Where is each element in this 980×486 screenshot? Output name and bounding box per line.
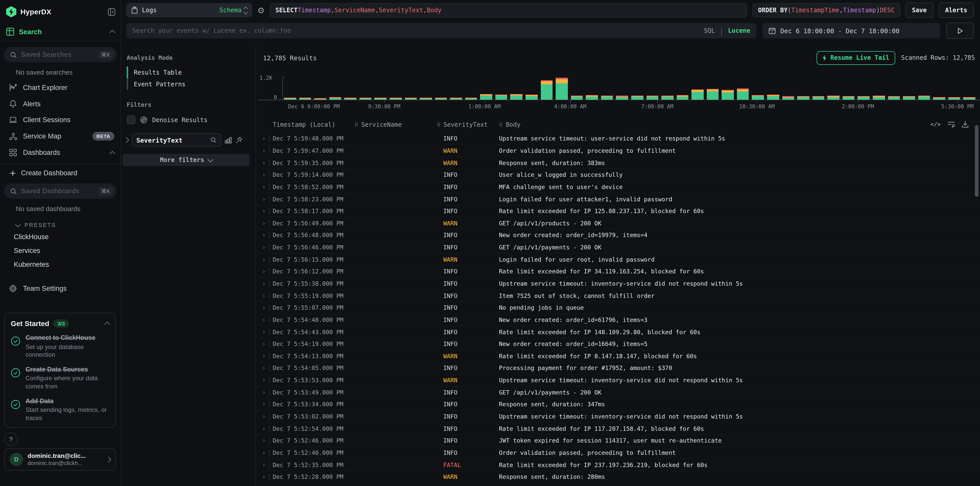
resume-live-tail-button[interactable]: Resume Live Tail (816, 51, 895, 65)
log-row[interactable]: ›Dec 7 5:56:12.000 PMINFORate limit exce… (258, 266, 980, 278)
select-clause-editor[interactable]: SELECT Timestamp,ServiceName,SeverityTex… (270, 3, 748, 18)
log-row[interactable]: ›Dec 7 5:55:38.000 PMINFOUpstream servic… (258, 278, 980, 290)
preset-kubernetes[interactable]: Kubernetes (0, 258, 121, 271)
chevron-right-icon[interactable] (123, 137, 129, 143)
mode-event-patterns[interactable]: Event Patterns (127, 78, 255, 90)
expand-row-icon[interactable]: › (258, 461, 269, 468)
expand-row-icon[interactable]: › (258, 401, 269, 408)
log-row[interactable]: ›Dec 7 5:54:19.000 PMINFONew order creat… (258, 338, 980, 350)
search-icon[interactable] (210, 137, 216, 143)
sidebar-item-service-map[interactable]: Service Map BETA (0, 128, 121, 145)
column-header-timestamp[interactable]: Timestamp (Local) (270, 121, 355, 128)
log-row[interactable]: ›Dec 7 5:56:15.000 PMWARNLogin failed fo… (258, 254, 980, 266)
save-button[interactable]: Save (905, 3, 933, 18)
sidebar-item-dashboards[interactable]: Dashboards (0, 145, 121, 161)
preset-services[interactable]: Services (0, 244, 121, 258)
drag-handle-icon[interactable]: ⠿ (499, 122, 503, 127)
log-row[interactable]: ›Dec 7 5:53:02.000 PMINFOUpstream servic… (258, 411, 980, 422)
log-row[interactable]: ›Dec 7 5:55:19.000 PMINFOItem 7525 out o… (258, 290, 980, 302)
source-settings-gear-icon[interactable]: ⚙ (258, 5, 265, 15)
search-input[interactable]: Search your events w/ Lucene ex. column:… (126, 23, 756, 38)
expand-row-icon[interactable]: › (258, 147, 269, 155)
collapse-sidebar-icon[interactable] (108, 8, 115, 16)
log-row[interactable]: ›Dec 7 5:58:17.000 PMINFORate limit exce… (258, 206, 980, 217)
log-row[interactable]: ›Dec 7 5:54:13.000 PMWARNRate limit exce… (258, 350, 980, 362)
mode-results-table[interactable]: Results Table (127, 67, 255, 78)
log-row[interactable]: ›Dec 7 5:53:34.000 PMINFOResponse sent, … (258, 398, 980, 411)
column-header-severitytext[interactable]: ⠿ SeverityText (435, 121, 494, 128)
log-row[interactable]: ›Dec 7 5:56:46.000 PMINFOGET /api/v1/pay… (258, 242, 980, 254)
saved-dashboards-input[interactable]: Saved Dashboards ⌘K (4, 183, 116, 199)
log-row[interactable]: ›Dec 7 5:52:28.000 PMWARNResponse sent, … (258, 471, 980, 483)
filter-field-severitytext[interactable]: SeverityText (132, 133, 221, 147)
expand-row-icon[interactable]: › (258, 413, 269, 420)
order-by-editor[interactable]: ORDER BY (TimestampTime, Timestamp) DESC (752, 3, 900, 18)
expand-row-icon[interactable]: › (258, 340, 269, 347)
expand-row-icon[interactable]: › (258, 232, 269, 239)
scrollbar-thumb[interactable] (975, 125, 978, 197)
expand-row-icon[interactable]: › (258, 280, 269, 287)
expand-row-icon[interactable]: › (258, 159, 269, 166)
expand-row-icon[interactable]: › (258, 365, 269, 372)
log-row[interactable]: ›Dec 7 5:52:25.000 PMINFOBackground job … (258, 483, 980, 486)
log-row[interactable]: ›Dec 7 5:52:46.000 PMINFOJWT token expir… (258, 435, 980, 447)
saved-searches-input[interactable]: Saved Searches ⌘K (4, 47, 116, 62)
expand-row-icon[interactable]: › (258, 207, 269, 215)
log-row[interactable]: ›Dec 7 5:52:35.000 PMFATALRate limit exc… (258, 459, 980, 471)
expand-row-icon[interactable]: › (258, 304, 269, 311)
expand-row-icon[interactable]: › (258, 425, 269, 432)
get-started-item-sources[interactable]: Create Data Sources Configure where your… (11, 366, 109, 391)
drag-handle-icon[interactable]: ⠿ (355, 122, 358, 127)
presets-toggle[interactable]: PRESETS (0, 216, 121, 230)
expand-row-icon[interactable]: › (258, 449, 269, 456)
denoise-checkbox[interactable] (127, 115, 135, 124)
log-row[interactable]: ›Dec 7 5:54:43.000 PMINFORate limit exce… (258, 326, 980, 338)
preset-clickhouse[interactable]: ClickHouse (0, 230, 121, 244)
expand-row-icon[interactable]: › (258, 256, 269, 263)
expand-row-icon[interactable]: › (258, 183, 269, 191)
help-button[interactable]: ? (4, 432, 18, 446)
expand-row-icon[interactable]: › (258, 377, 269, 384)
sidebar-item-alerts[interactable]: Alerts (0, 96, 121, 112)
expand-row-icon[interactable]: › (258, 328, 269, 336)
expand-row-icon[interactable]: › (258, 316, 269, 323)
language-toggle-sql[interactable]: SQL (704, 27, 715, 34)
wrap-text-icon[interactable] (947, 121, 955, 127)
schema-select[interactable]: Schema (220, 6, 247, 14)
chevron-up-icon[interactable] (110, 30, 115, 36)
expand-row-icon[interactable]: › (258, 437, 269, 445)
expand-row-icon[interactable]: › (258, 473, 269, 481)
log-row[interactable]: ›Dec 7 5:59:47.000 PMWARNOrder validatio… (258, 145, 980, 157)
sidebar-item-client-sessions[interactable]: Client Sessions (0, 112, 121, 128)
sidebar-item-search[interactable]: Search (0, 22, 121, 41)
more-filters-button[interactable]: More filters (123, 154, 250, 166)
chevron-up-icon[interactable] (105, 322, 110, 328)
alerts-button[interactable]: Alerts (939, 3, 974, 18)
get-started-item-add-data[interactable]: Add Data Start sending logs, metrics, or… (11, 397, 109, 422)
download-icon[interactable] (962, 121, 969, 128)
expand-row-icon[interactable]: › (258, 220, 269, 227)
expand-row-icon[interactable]: › (258, 389, 269, 396)
language-toggle-lucene[interactable]: Lucene (728, 27, 750, 34)
log-row[interactable]: ›Dec 7 5:54:05.000 PMINFOProcessing paym… (258, 362, 980, 374)
log-row[interactable]: ›Dec 7 5:52:54.000 PMINFORate limit exce… (258, 423, 980, 435)
log-row[interactable]: ›Dec 7 5:59:14.000 PMINFOUser alice_w lo… (258, 169, 980, 181)
get-started-item-connect[interactable]: Connect to ClickHouse Set up your databa… (11, 334, 109, 359)
column-header-body[interactable]: ⠿ Body (494, 121, 944, 128)
user-menu[interactable]: D dominic.tran@clic... dominic.tran@clic… (4, 448, 116, 471)
code-icon[interactable]: </> (931, 121, 941, 127)
expand-row-icon[interactable]: › (258, 135, 269, 142)
sidebar-item-chart-explorer[interactable]: Chart Explorer (0, 79, 121, 96)
log-row[interactable]: ›Dec 7 5:59:35.000 PMWARNResponse sent, … (258, 157, 980, 169)
log-row[interactable]: ›Dec 7 5:58:23.000 PMINFOLogin failed fo… (258, 193, 980, 205)
create-dashboard-button[interactable]: Create Dashboard (0, 164, 121, 178)
log-row[interactable]: ›Dec 7 5:55:07.000 PMINFONo pending jobs… (258, 302, 980, 314)
source-select[interactable]: Logs Schema (126, 3, 252, 18)
drag-handle-icon[interactable]: ⠿ (437, 122, 441, 127)
log-row[interactable]: ›Dec 7 5:53:49.000 PMINFOGET /api/v1/pay… (258, 387, 980, 398)
log-row[interactable]: ›Dec 7 5:52:40.000 PMINFOOrder validatio… (258, 447, 980, 459)
expand-row-icon[interactable]: › (258, 196, 269, 202)
expand-row-icon[interactable]: › (258, 244, 269, 251)
log-row[interactable]: ›Dec 7 5:59:48.000 PMINFOUpstream servic… (258, 133, 980, 145)
run-query-button[interactable] (946, 22, 974, 39)
